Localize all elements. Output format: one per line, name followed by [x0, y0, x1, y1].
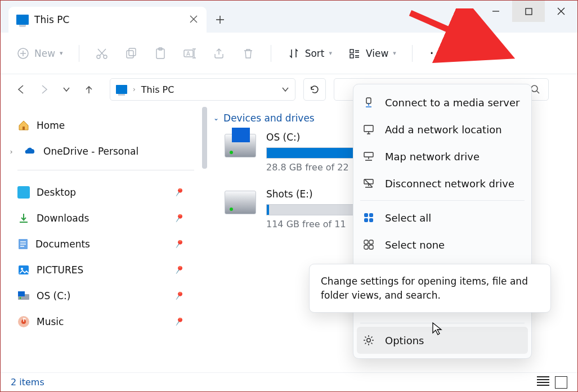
chevron-down-icon: ▾ [329, 49, 332, 57]
refresh-button[interactable] [303, 78, 326, 101]
sort-icon [287, 47, 301, 60]
sort-button[interactable]: Sort ▾ [281, 43, 338, 64]
scissors-icon [95, 47, 109, 60]
menu-item-disconnect-network-drive[interactable]: Disconnect network drive [353, 170, 531, 197]
media-server-icon [362, 96, 375, 109]
pin-icon: 📍 [172, 263, 186, 277]
svg-rect-11 [350, 55, 353, 58]
svg-point-38 [367, 339, 370, 342]
pictures-icon [17, 264, 30, 276]
svg-rect-30 [364, 240, 368, 244]
downloads-icon [17, 212, 30, 224]
paste-button[interactable] [148, 43, 173, 64]
breadcrumb-location[interactable]: This PC [141, 84, 174, 95]
gear-icon [362, 334, 375, 346]
tab-close-button[interactable] [190, 15, 199, 24]
svg-rect-24 [364, 152, 373, 157]
view-mode-buttons [537, 376, 567, 389]
new-tab-button[interactable] [207, 7, 234, 33]
svg-rect-18 [18, 291, 25, 296]
svg-rect-29 [369, 218, 373, 222]
sidebar-item-pictures[interactable]: PICTURES 📍 [17, 257, 194, 283]
svg-rect-32 [364, 245, 368, 249]
svg-rect-4 [127, 51, 133, 58]
sidebar-item-music[interactable]: Music 📍 [17, 309, 194, 335]
sidebar-item-desktop[interactable]: Desktop 📍 [17, 179, 194, 205]
menu-item-select-all[interactable]: Select all [353, 204, 531, 231]
documents-icon [17, 238, 29, 250]
sidebar-item-os-drive[interactable]: OS (C:) 📍 [17, 283, 194, 309]
svg-point-19 [20, 298, 21, 299]
forward-button[interactable] [34, 80, 53, 99]
see-more-menu: Connect to a media server Add a network … [353, 84, 532, 359]
clipboard-icon [154, 47, 167, 60]
network-drive-icon [362, 150, 375, 163]
svg-rect-31 [369, 240, 373, 244]
home-icon [17, 119, 30, 132]
svg-point-16 [21, 268, 23, 270]
details-view-button[interactable] [537, 376, 549, 386]
svg-rect-13 [23, 127, 25, 130]
menu-item-connect-media-server[interactable]: Connect to a media server [353, 89, 531, 116]
recent-dropdown[interactable] [57, 80, 76, 99]
delete-button[interactable] [236, 43, 261, 64]
sidebar-item-downloads[interactable]: Downloads 📍 [17, 205, 194, 231]
pin-icon: 📍 [172, 289, 186, 303]
menu-item-options[interactable]: Options [357, 327, 528, 354]
drive-icon [225, 191, 256, 214]
sidebar-item-onedrive[interactable]: › OneDrive - Personal [17, 138, 194, 164]
svg-point-12 [531, 85, 537, 92]
plus-circle-icon [16, 47, 30, 60]
rename-icon: A [183, 47, 196, 60]
pin-icon: 📍 [172, 314, 186, 329]
music-icon [17, 316, 30, 328]
minimize-button[interactable] [480, 1, 512, 22]
chevron-right-icon[interactable]: › [6, 147, 16, 156]
item-count: 2 items [11, 377, 44, 388]
chevron-down-icon: ▾ [393, 49, 396, 57]
menu-item-select-none[interactable]: Select none [353, 231, 531, 258]
tab-title: This PC [34, 14, 69, 25]
sidebar-item-documents[interactable]: Documents 📍 [17, 231, 194, 257]
svg-rect-5 [129, 48, 136, 56]
tab-this-pc[interactable]: This PC [8, 7, 207, 33]
svg-rect-10 [350, 49, 353, 53]
scrollbar-thumb[interactable] [202, 107, 207, 169]
chevron-down-icon: ▾ [60, 49, 63, 57]
see-more-button[interactable]: ··· [423, 50, 454, 57]
options-tooltip: Change settings for opening items, file … [309, 264, 551, 313]
back-button[interactable] [12, 80, 31, 99]
chevron-down-icon: ⌄ [213, 114, 219, 122]
pin-icon: 📍 [172, 185, 186, 200]
pin-icon: 📍 [172, 211, 186, 226]
select-none-icon [362, 238, 375, 251]
select-all-icon [362, 211, 375, 224]
cut-button[interactable] [89, 43, 114, 64]
svg-rect-26 [364, 213, 368, 217]
svg-rect-33 [369, 245, 373, 249]
chevron-down-icon[interactable] [281, 87, 289, 92]
new-button[interactable]: New ▾ [11, 43, 69, 64]
menu-item-map-network-drive[interactable]: Map network drive [353, 143, 531, 170]
large-icons-view-button[interactable] [555, 376, 567, 389]
svg-rect-23 [364, 125, 373, 132]
menu-item-add-network-location[interactable]: Add a network location [353, 116, 531, 143]
close-window-button[interactable] [545, 1, 577, 22]
command-toolbar: New ▾ A Sort ▾ View ▾ ··· [1, 33, 577, 74]
rename-button[interactable]: A [177, 43, 202, 64]
copy-icon [124, 47, 138, 60]
disconnect-drive-icon [362, 177, 375, 190]
share-button[interactable] [207, 43, 231, 64]
sidebar-item-home[interactable]: Home [17, 112, 194, 138]
up-button[interactable] [79, 80, 98, 99]
address-bar[interactable]: › This PC [110, 78, 295, 101]
view-button[interactable]: View ▾ [342, 43, 402, 64]
onedrive-icon [23, 146, 37, 156]
drive-icon [225, 134, 256, 157]
copy-button[interactable] [119, 43, 144, 64]
maximize-button[interactable] [512, 1, 545, 22]
window-controls [480, 1, 577, 22]
drive-icon [17, 291, 30, 301]
monitor-icon [116, 85, 127, 94]
monitor-icon [362, 123, 375, 136]
